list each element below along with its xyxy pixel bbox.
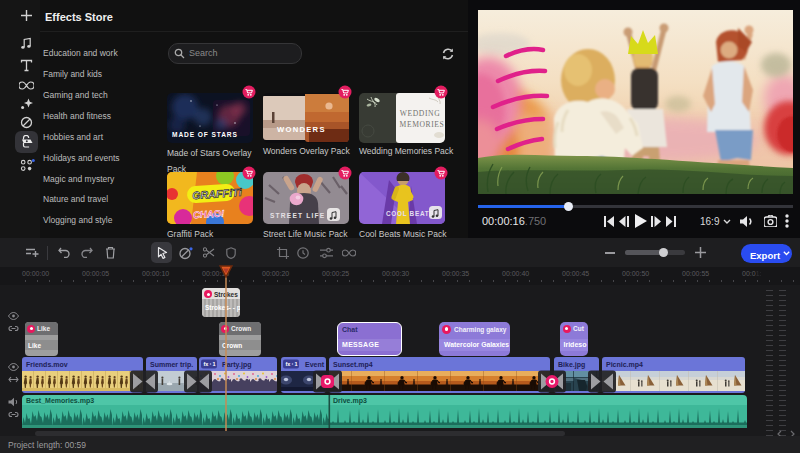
svg-text:Bike.jpg: Bike.jpg xyxy=(558,361,585,369)
svg-text:1: 1 xyxy=(213,361,216,367)
svg-text:COOL BEATS: COOL BEATS xyxy=(386,210,434,217)
svg-text:WEDDING: WEDDING xyxy=(400,109,440,118)
svg-text:STREET LIFE: STREET LIFE xyxy=(270,212,325,219)
svg-text:1: 1 xyxy=(295,361,298,367)
svg-text:Drive.mp3: Drive.mp3 xyxy=(333,397,367,405)
svg-text:MADE OF STARS: MADE OF STARS xyxy=(172,131,238,138)
svg-text:CHAO!: CHAO! xyxy=(193,208,225,221)
svg-text:Event: Event xyxy=(305,361,325,368)
svg-text:WONDERS: WONDERS xyxy=(277,125,326,134)
svg-text:Picnic.mp4: Picnic.mp4 xyxy=(606,361,643,369)
svg-text:MEMORIES: MEMORIES xyxy=(400,120,445,129)
svg-text:Sunset.mp4: Sunset.mp4 xyxy=(333,361,373,369)
svg-text:Friends.mov: Friends.mov xyxy=(26,361,68,368)
svg-text:Summer trip.: Summer trip. xyxy=(150,361,193,369)
svg-text:Best_Memories.mp3: Best_Memories.mp3 xyxy=(26,397,94,405)
